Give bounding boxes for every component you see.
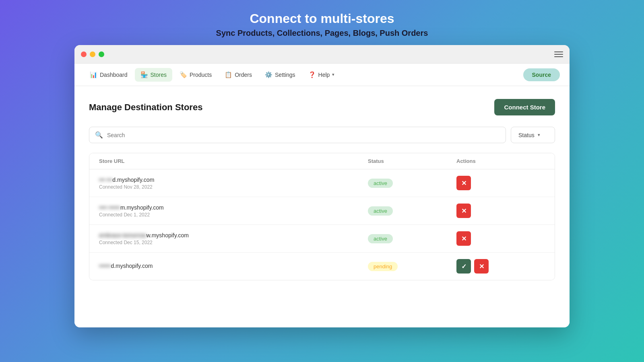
page-subtitle: Sync Products, Collections, Pages, Blogs…: [216, 29, 428, 38]
store-connected-date: Connected Dec 15, 2022: [99, 240, 368, 245]
nav-label-dashboard: Dashboard: [100, 72, 128, 78]
store-status: pending: [368, 262, 456, 271]
store-info: ••• •••d.myshopify.com Connected Nov 28,…: [99, 177, 368, 190]
table-row: ••••••d.myshopify.com pending ✓ ✕: [89, 253, 555, 280]
store-url-suffix: w.myshopify.com: [146, 232, 189, 239]
maximize-button[interactable]: [99, 51, 104, 57]
store-url-blurred: ••••••: [99, 263, 111, 269]
column-header-store-url: Store URL: [99, 158, 368, 164]
products-icon: 🏷️: [180, 71, 187, 78]
status-filter-label: Status: [518, 132, 535, 138]
actions-cell: ✕: [456, 204, 545, 218]
table-header: Store URL Status Actions: [89, 153, 555, 169]
nav-label-help: Help: [318, 72, 330, 78]
nav-item-stores[interactable]: 🏪 Stores: [135, 68, 172, 82]
store-url-blurred: ••• •••: [99, 177, 112, 183]
store-connected-date: Connected Nov 28, 2022: [99, 184, 368, 190]
nav-bar: 📊 Dashboard 🏪 Stores 🏷️ Products 📋 Order…: [74, 64, 570, 86]
help-icon: ❓: [308, 71, 316, 78]
store-url: embrace-tomorroww.myshopify.com: [99, 232, 368, 239]
nav-label-orders: Orders: [235, 72, 252, 78]
orders-icon: 📋: [225, 71, 232, 78]
minimize-button[interactable]: [90, 51, 95, 57]
store-status: active: [368, 234, 456, 243]
nav-item-orders[interactable]: 📋 Orders: [219, 68, 258, 82]
delete-button[interactable]: ✕: [474, 259, 489, 274]
search-icon: 🔍: [95, 131, 103, 139]
store-info: •••• ••••••m.myshopify.com Connected Dec…: [99, 204, 368, 218]
store-url-blurred: embrace-tomorrow: [99, 232, 146, 239]
table-row: ••• •••d.myshopify.com Connected Nov 28,…: [89, 169, 555, 197]
dashboard-icon: 📊: [90, 71, 97, 78]
nav-item-help[interactable]: ❓ Help ▾: [303, 68, 341, 82]
table-row: •••• ••••••m.myshopify.com Connected Dec…: [89, 197, 555, 225]
search-input[interactable]: [107, 132, 500, 138]
column-header-status: Status: [368, 158, 456, 164]
store-connected-date: Connected Dec 1, 2022: [99, 212, 368, 218]
nav-label-stores: Stores: [151, 72, 167, 78]
delete-button[interactable]: ✕: [456, 231, 471, 246]
traffic-lights: [81, 51, 104, 57]
search-filter-row: 🔍 Status ▾: [89, 127, 555, 143]
status-badge: active: [368, 234, 393, 243]
status-badge: pending: [368, 262, 398, 271]
title-bar: [74, 45, 570, 64]
nav-items: 📊 Dashboard 🏪 Stores 🏷️ Products 📋 Order…: [84, 68, 340, 82]
content-header: Manage Destination Stores Connect Store: [89, 99, 555, 115]
source-button[interactable]: Source: [523, 68, 560, 81]
store-url: ••••••d.myshopify.com: [99, 263, 368, 269]
main-content: Manage Destination Stores Connect Store …: [74, 86, 570, 327]
actions-cell: ✓ ✕: [456, 259, 545, 274]
close-button[interactable]: [81, 51, 87, 57]
store-status: active: [368, 179, 456, 188]
search-box: 🔍: [89, 127, 506, 143]
nav-item-settings[interactable]: ⚙️ Settings: [259, 68, 301, 82]
page-header: Connect to multi-stores Sync Products, C…: [216, 0, 428, 45]
store-url-suffix: m.myshopify.com: [120, 204, 164, 211]
actions-cell: ✕: [456, 176, 545, 190]
stores-icon: 🏪: [140, 71, 148, 78]
store-info: ••••••d.myshopify.com: [99, 263, 368, 270]
store-url: •••• ••••••m.myshopify.com: [99, 204, 368, 211]
nav-label-products: Products: [190, 72, 212, 78]
approve-button[interactable]: ✓: [456, 259, 471, 274]
nav-label-settings: Settings: [275, 72, 295, 78]
nav-item-products[interactable]: 🏷️ Products: [174, 68, 217, 82]
status-filter[interactable]: Status ▾: [511, 127, 555, 143]
settings-icon: ⚙️: [265, 71, 272, 78]
app-window: 📊 Dashboard 🏪 Stores 🏷️ Products 📋 Order…: [74, 45, 570, 327]
page-heading: Manage Destination Stores: [89, 102, 202, 113]
help-chevron-icon: ▾: [332, 72, 334, 77]
store-status: active: [368, 206, 456, 216]
stores-table: Store URL Status Actions ••• •••d.myshop…: [89, 153, 555, 280]
status-filter-chevron-icon: ▾: [538, 132, 540, 138]
nav-item-dashboard[interactable]: 📊 Dashboard: [84, 68, 133, 82]
store-url-blurred: •••• ••••••: [99, 204, 120, 211]
store-url-suffix: d.myshopify.com: [112, 177, 154, 183]
store-url-suffix: d.myshopify.com: [111, 263, 153, 269]
delete-button[interactable]: ✕: [456, 176, 471, 190]
status-badge: active: [368, 206, 393, 216]
connect-store-button[interactable]: Connect Store: [494, 99, 555, 115]
column-header-actions: Actions: [456, 158, 545, 164]
store-url: ••• •••d.myshopify.com: [99, 177, 368, 183]
delete-button[interactable]: ✕: [456, 204, 471, 218]
actions-cell: ✕: [456, 231, 545, 246]
store-info: embrace-tomorroww.myshopify.com Connecte…: [99, 232, 368, 245]
hamburger-menu-icon[interactable]: [554, 51, 563, 57]
page-title: Connect to multi-stores: [216, 11, 428, 26]
status-badge: active: [368, 179, 393, 188]
table-row: embrace-tomorroww.myshopify.com Connecte…: [89, 225, 555, 253]
